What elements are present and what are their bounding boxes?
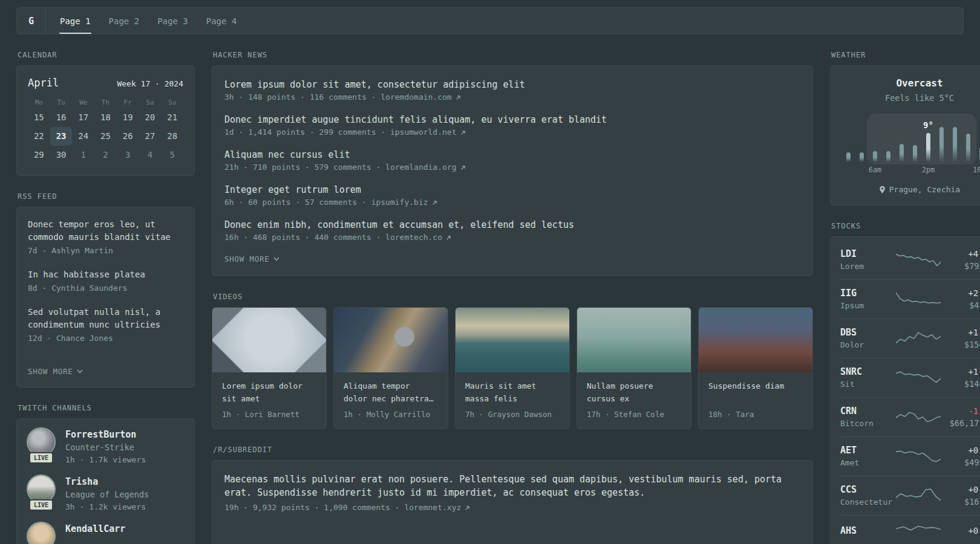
stock-ticker[interactable]: CRN [840,405,896,417]
stock-row[interactable]: AET Amet +0.92% $499.72 [840,436,980,476]
video-title[interactable]: Nullam posuere cursus ex [587,380,681,405]
stock-row[interactable]: LDI Lorem +4.35% $795.18 [840,241,980,279]
tab-page-4[interactable]: Page 4 [197,8,246,34]
calendar-day: 25 [94,127,117,146]
channel-name[interactable]: KendallCarr [65,523,125,535]
calendar-widget: April Week 17 · 2024 MoTuWeThFrSaSu15161… [16,65,195,176]
stock-ticker[interactable]: IIG [840,287,896,299]
channel-name[interactable]: ForrestBurton [65,429,146,441]
channel-meta: 1h · 1.7k viewers [65,455,146,465]
rss-item-title[interactable]: Sed volutpat nulla nisl, a condimentum n… [28,306,183,331]
stock-row[interactable]: DBS Dolor +1.42% $156.28 [840,319,980,358]
weather-bar [913,145,917,162]
video-card[interactable]: Lorem ipsum dolor sit amet consectetu… 1… [212,307,327,429]
hn-section-label: HACKER NEWS [213,51,812,59]
hn-item-title[interactable]: Integer eget rutrum lorem [224,183,800,196]
video-thumbnail[interactable] [699,308,812,372]
video-title[interactable]: Mauris sit amet massa felis [465,380,560,405]
stock-price: $499.72 [964,457,980,468]
stock-row[interactable]: SNRC Sit +1.36% $148.64 [840,358,980,397]
video-card[interactable]: Aliquam tempor dolor nec pharetra… 1h · … [333,307,448,429]
video-card[interactable]: Mauris sit amet massa felis 7h · Grayson… [455,307,570,429]
calendar-day: 20 [139,108,162,127]
stock-price: $156.28 [964,339,980,351]
hn-item-title[interactable]: Donec enim nibh, condimentum et accumsan… [224,218,800,232]
hn-item-meta: 21h · 710 points · 579 comments · loreml… [224,161,457,173]
stock-price: $66,171.48 [950,418,980,429]
stock-name: Sit [840,378,896,390]
stock-change: +1.42% [964,326,980,338]
stock-change: +2.84% [968,287,980,299]
rss-item: Sed volutpat nulla nisl, a condimentum n… [28,306,183,344]
twitch-channel[interactable]: KendallCarr [28,523,183,544]
stock-ticker[interactable]: AET [840,444,896,456]
calendar-day: 23 [50,127,73,146]
hn-item-title[interactable]: Donec imperdiet augue tincidunt felis al… [224,113,800,126]
video-thumbnail[interactable] [456,308,569,372]
stock-ticker[interactable]: LDI [840,248,896,260]
videos-row: Lorem ipsum dolor sit amet consectetu… 1… [212,307,813,429]
stock-change: +0.92% [964,444,980,456]
stock-row[interactable]: AHS +0.46% [840,515,980,544]
video-card[interactable]: Suspendisse diam 18h · Tara [698,307,813,429]
stock-ticker[interactable]: SNRC [840,366,896,378]
video-card[interactable]: Nullam posuere cursus ex 17h · Stefan Co… [577,307,691,429]
rss-show-more-button[interactable]: SHOW MORE [28,367,183,376]
calendar-weekday: Sa [139,97,162,108]
twitch-channel[interactable]: LIVE Trisha League of Legends 3h · 1.2k … [28,476,183,514]
channel-name[interactable]: Trisha [65,476,149,488]
tab-page-1[interactable]: Page 1 [51,8,100,34]
hn-item-meta: 1d · 1,414 points · 299 comments · ipsum… [224,126,457,138]
hn-item: Donec enim nibh, condimentum et accumsan… [224,218,800,244]
calendar-weekday: We [72,97,94,108]
stock-ticker[interactable]: DBS [840,326,896,338]
hn-show-more-button[interactable]: SHOW MORE [224,254,800,264]
calendar-weekday: Mo [28,97,50,108]
stock-price: $165.84 [964,496,980,508]
temperature-label: 9° [923,120,933,130]
video-thumbnail[interactable] [334,308,448,372]
stock-name: Amet [840,457,896,468]
stock-sparkline [896,409,941,425]
stock-price: $795.18 [964,261,980,272]
rss-item-title[interactable]: In hac habitasse platea [28,268,183,281]
external-link-icon [456,95,461,100]
video-thumbnail[interactable] [212,308,326,372]
hn-item: Integer eget rutrum lorem 6h · 60 points… [224,183,800,209]
stock-sparkline [896,331,941,346]
video-title[interactable]: Lorem ipsum dolor sit amet consectetu… [222,380,316,405]
twitch-channel[interactable]: LIVE ForrestBurton Counter-Strike 1h · 1… [28,429,183,467]
video-title[interactable]: Suspendisse diam [708,380,803,405]
app-logo[interactable]: G [17,8,46,34]
calendar-day: 19 [117,108,139,127]
rss-item-title[interactable]: Donec tempor eros leo, ut commodo mauris… [28,218,183,244]
hn-item-title[interactable]: Aliquam nec cursus elit [224,148,800,161]
calendar-weekday: Th [94,97,117,108]
weather-bar [873,151,877,162]
hn-item-title[interactable]: Lorem ipsum dolor sit amet, consectetur … [224,78,800,91]
stock-row[interactable]: CCS Consectetur +0.51% $165.84 [840,476,980,515]
hour-label: 10pm [973,166,980,174]
stock-row[interactable]: CRN Bitcorn -1.00% $66,171.48 [840,397,980,436]
avatar [28,429,54,455]
stock-change: +1.36% [964,366,980,378]
weather-section-label: WEATHER [831,51,980,59]
reddit-post-title[interactable]: Maecenas mollis pulvinar erat non posuer… [224,473,800,499]
stock-ticker[interactable]: AHS [840,525,896,537]
tab-page-2[interactable]: Page 2 [100,8,149,34]
hn-item: Lorem ipsum dolor sit amet, consectetur … [224,78,800,103]
weather-bar [846,152,851,162]
tab-page-3[interactable]: Page 3 [148,8,197,34]
hn-item-meta: 3h · 148 points · 116 comments · loremdo… [224,91,452,103]
top-nav: G Page 1 Page 2 Page 3 Page 4 [16,7,964,34]
channel-game: League of Legends [65,489,149,500]
avatar [28,523,54,544]
calendar-day: 18 [94,108,117,127]
stock-ticker[interactable]: CCS [840,484,896,496]
subreddit-widget: Maecenas mollis pulvinar erat non posuer… [212,460,813,544]
video-thumbnail[interactable] [577,308,691,372]
video-title[interactable]: Aliquam tempor dolor nec pharetra… [344,380,438,405]
video-meta: 7h · Grayson Dawson [465,410,560,419]
calendar-day: 27 [139,127,162,146]
stock-row[interactable]: IIG Ipsum +2.84% $42.04 [840,279,980,319]
